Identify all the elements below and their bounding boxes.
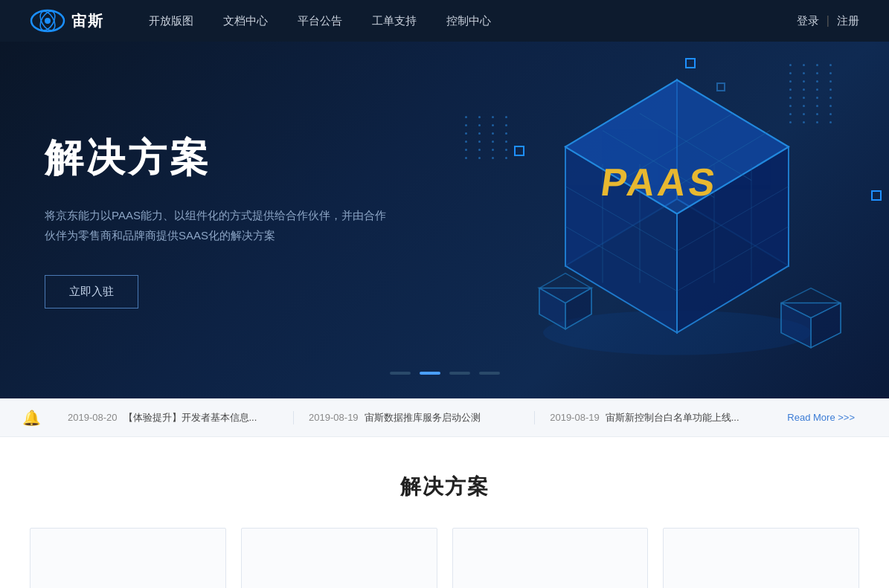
solutions-section: 解决方案	[0, 437, 889, 588]
nav-announcement[interactable]: 平台公告	[298, 11, 342, 31]
register-button[interactable]: 注册	[837, 14, 859, 28]
solutions-title: 解决方案	[30, 473, 859, 501]
logo-text: 宙斯	[71, 11, 104, 31]
slider-dot-4[interactable]	[479, 372, 500, 375]
news-text-2: 宙斯数据推库服务启动公测	[365, 411, 481, 424]
svg-text:PAAS: PAAS	[598, 161, 721, 204]
news-item-1[interactable]: 2019-08-20 【体验提升】开发者基本信息...	[53, 411, 294, 424]
logo-icon	[30, 7, 65, 34]
nav-open-map[interactable]: 开放版图	[149, 11, 193, 31]
news-item-2[interactable]: 2019-08-19 宙斯数据推库服务启动公测	[294, 411, 535, 424]
slider-dot-2[interactable]	[420, 372, 440, 375]
bell-icon: 🔔	[22, 409, 41, 427]
hero-cta-button[interactable]: 立即入驻	[45, 275, 138, 308]
hero-description: 将京东能力以PAAS能力、以组件化的方式提供给合作伙伴，并由合作伙伴为零售商和品…	[45, 205, 387, 245]
solution-card-3[interactable]	[452, 528, 649, 588]
hero-content: 解决方案 将京东能力以PAAS能力、以组件化的方式提供给合作伙伴，并由合作伙伴为…	[0, 88, 431, 353]
solution-card-4[interactable]	[663, 528, 859, 588]
paas-cube-illustration: PAAS	[498, 58, 870, 370]
slider-dot-3[interactable]	[449, 372, 470, 375]
hero-visual: PAAS	[443, 42, 889, 398]
slider-dots	[390, 372, 500, 375]
main-nav: 开放版图 文档中心 平台公告 工单支持 控制中心	[149, 11, 797, 31]
news-item-3[interactable]: 2019-08-19 宙斯新控制台白名单功能上线...	[535, 411, 775, 424]
news-date-3: 2019-08-19	[550, 412, 600, 423]
nav-tickets[interactable]: 工单支持	[372, 11, 417, 31]
header-right: 登录 | 注册	[797, 14, 859, 28]
hero-title: 解决方案	[45, 132, 387, 184]
logo[interactable]: 宙斯	[30, 7, 104, 34]
read-more-link[interactable]: Read More >>>	[775, 412, 867, 423]
news-text-3: 宙斯新控制台白名单功能上线...	[606, 411, 739, 424]
header-divider: |	[827, 14, 829, 28]
slider-dot-1[interactable]	[390, 372, 411, 375]
svg-point-3	[45, 18, 51, 24]
news-items: 2019-08-20 【体验提升】开发者基本信息... 2019-08-19 宙…	[53, 411, 775, 424]
solution-card-2[interactable]	[241, 528, 437, 588]
nav-control[interactable]: 控制中心	[446, 11, 491, 31]
hero-section: 解决方案 将京东能力以PAAS能力、以组件化的方式提供给合作伙伴，并由合作伙伴为…	[0, 42, 889, 398]
news-text-1: 【体验提升】开发者基本信息...	[123, 411, 257, 424]
solution-cards	[30, 528, 859, 588]
news-ticker: 🔔 2019-08-20 【体验提升】开发者基本信息... 2019-08-19…	[0, 398, 889, 437]
solution-card-1[interactable]	[30, 528, 226, 588]
deco-square-4	[871, 190, 882, 201]
header: 宙斯 开放版图 文档中心 平台公告 工单支持 控制中心 登录 | 注册	[0, 0, 889, 42]
news-date-1: 2019-08-20	[68, 412, 118, 423]
login-button[interactable]: 登录	[797, 14, 819, 28]
nav-docs[interactable]: 文档中心	[223, 11, 268, 31]
news-date-2: 2019-08-19	[309, 412, 359, 423]
